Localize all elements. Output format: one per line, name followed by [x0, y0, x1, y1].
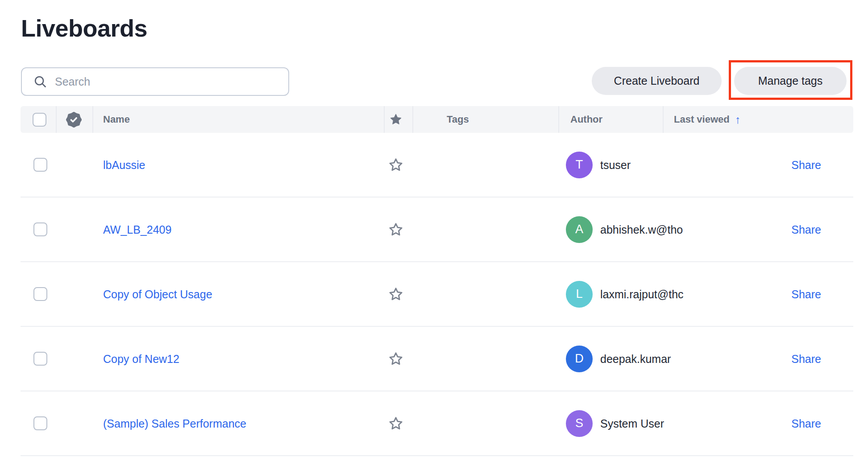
column-header-last-viewed-label: Last viewed: [674, 114, 730, 125]
star-outline-icon: [388, 416, 404, 432]
author-name: deepak.kumar: [600, 352, 671, 365]
column-header-author[interactable]: Author: [570, 106, 602, 133]
author-avatar: A: [566, 216, 593, 243]
header-divider: [92, 106, 93, 133]
header-divider: [412, 106, 413, 133]
star-outline-icon: [388, 157, 404, 173]
favorite-star-button[interactable]: [386, 414, 405, 433]
favorite-column-star-icon: [389, 113, 403, 126]
row-checkbox[interactable]: [33, 352, 47, 366]
table-row: Copy of New12 D deepak.kumar Share: [21, 327, 853, 391]
share-link[interactable]: Share: [791, 158, 821, 171]
share-link[interactable]: Share: [791, 288, 821, 301]
star-outline-icon: [388, 286, 404, 302]
liveboard-name-link[interactable]: AW_LB_2409: [103, 223, 171, 236]
header-divider: [663, 106, 664, 133]
table-row: lbAussie T tsuser Share: [21, 133, 853, 198]
table-row: AW_LB_2409 A abhishek.w@tho Share: [21, 198, 853, 262]
row-checkbox[interactable]: [33, 222, 47, 236]
author-avatar: L: [566, 281, 593, 308]
verified-badge-icon: [66, 112, 82, 128]
share-link[interactable]: Share: [791, 352, 821, 365]
search-icon: [33, 75, 47, 88]
favorite-star-button[interactable]: [386, 220, 405, 239]
table-row: Copy of Object Usage L laxmi.rajput@thc …: [21, 262, 853, 327]
search-input[interactable]: [55, 75, 279, 88]
liveboards-table: Name Tags Author Last viewed ↑ lbAussie …: [21, 106, 853, 456]
author-name: System User: [600, 417, 664, 430]
author-name: laxmi.rajput@thc: [600, 288, 684, 301]
author-avatar: D: [566, 346, 593, 372]
author-avatar: T: [566, 152, 593, 178]
share-link[interactable]: Share: [791, 417, 821, 430]
row-checkbox[interactable]: [33, 287, 47, 301]
sort-ascending-arrow-icon: ↑: [735, 113, 741, 126]
author-name: tsuser: [600, 158, 631, 171]
liveboard-name-link[interactable]: (Sample) Sales Performance: [103, 417, 246, 430]
page-title: Liveboards: [21, 14, 147, 42]
liveboard-name-link[interactable]: Copy of Object Usage: [103, 288, 212, 301]
header-divider: [56, 106, 57, 133]
search-box[interactable]: [21, 67, 289, 96]
favorite-star-button[interactable]: [386, 156, 405, 174]
table-row: (Sample) Sales Performance S System User…: [21, 391, 853, 456]
favorite-star-button[interactable]: [386, 285, 405, 304]
header-divider: [384, 106, 385, 133]
liveboard-name-link[interactable]: lbAussie: [103, 158, 145, 171]
liveboard-name-link[interactable]: Copy of New12: [103, 352, 179, 365]
column-header-name[interactable]: Name: [103, 106, 130, 133]
star-outline-icon: [388, 351, 404, 367]
manage-tags-button[interactable]: Manage tags: [734, 67, 847, 95]
column-header-tags: Tags: [447, 106, 469, 133]
author-name: abhishek.w@tho: [600, 223, 683, 236]
select-all-checkbox[interactable]: [33, 113, 46, 127]
column-header-last-viewed[interactable]: Last viewed ↑: [674, 106, 740, 133]
row-checkbox[interactable]: [33, 158, 47, 172]
author-avatar: S: [566, 410, 593, 437]
favorite-star-button[interactable]: [386, 350, 405, 368]
share-link[interactable]: Share: [791, 223, 821, 236]
star-outline-icon: [388, 222, 404, 238]
create-liveboard-button[interactable]: Create Liveboard: [592, 67, 722, 95]
header-divider: [558, 106, 559, 133]
row-checkbox[interactable]: [33, 416, 47, 430]
table-header-row: Name Tags Author Last viewed ↑: [21, 106, 853, 133]
